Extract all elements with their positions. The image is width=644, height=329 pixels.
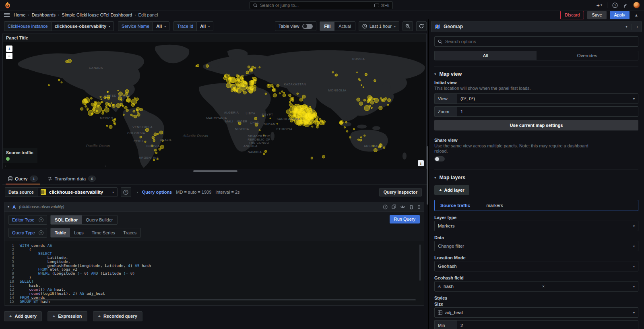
search-icon	[253, 3, 258, 8]
panel-resize-handle[interactable]	[193, 170, 237, 172]
map-zoom-out-button[interactable]: −	[6, 53, 12, 59]
filter-value-dropdown[interactable]: All▾	[196, 21, 213, 31]
query-type-table[interactable]: Table	[51, 228, 70, 237]
svg-text:?: ?	[125, 190, 127, 194]
tab-count-badge: 0	[88, 176, 96, 182]
editor-type-sql-editor[interactable]: SQL Editor	[51, 215, 82, 224]
menu-icon[interactable]	[4, 12, 10, 17]
filter-value-dropdown[interactable]: All▾	[153, 21, 169, 31]
query-options-toggle[interactable]: Query options	[142, 190, 172, 195]
clear-icon[interactable]: ✕	[542, 285, 545, 288]
help-icon[interactable]: ?	[612, 2, 618, 8]
query-inspector-button[interactable]: Query Inspector	[379, 188, 422, 197]
drag-handle-icon[interactable]	[417, 205, 421, 209]
fill-option[interactable]: Fill	[320, 22, 334, 31]
filter-label: Trace Id	[173, 21, 196, 31]
chevron-down-icon: ▾	[633, 97, 635, 101]
info-icon[interactable]: ?	[39, 217, 43, 222]
map-layers-section-header[interactable]: ▾ Map layers	[434, 174, 638, 183]
hide-response-icon[interactable]	[400, 205, 405, 209]
geohash-field-select[interactable]: A hash ✕ ▾	[434, 281, 638, 292]
top-nav: ⌘+k +▾ ?	[0, 0, 644, 10]
query-editor-card: ▾ A (clickhouse-observability) Editor Ty…	[4, 202, 424, 306]
actual-option[interactable]: Actual	[334, 22, 355, 31]
info-icon[interactable]: ?	[39, 230, 43, 235]
breadcrumb-item-dashboards[interactable]: Dashboards	[32, 12, 56, 17]
editor-hscrollbar[interactable]	[24, 299, 416, 300]
data-filter-select[interactable]: Change filter ▾	[434, 241, 638, 251]
view-select[interactable]: (0°, 0°) ▾	[457, 93, 638, 104]
query-type-traces[interactable]: Traces	[119, 228, 140, 237]
map-attribution-button[interactable]: i	[418, 160, 424, 166]
add-layer-button[interactable]: + Add layer	[434, 185, 469, 195]
chevron-down-icon: ▾	[633, 265, 635, 268]
layer-item-source-traffic[interactable]: Source traffic markers	[434, 200, 638, 211]
zoom-label: Zoom	[434, 106, 457, 117]
location-mode-select[interactable]: Geohash ▾	[434, 261, 638, 271]
use-current-map-settings-button[interactable]: Use current map settings	[434, 120, 638, 130]
breadcrumb-item-simple-clickhouse-otel-dashboard[interactable]: Simple ClickHouse OTel Dashboard	[62, 12, 132, 17]
breadcrumb-item-home[interactable]: Home	[14, 12, 25, 17]
collapse-options-icon[interactable]: ▲	[633, 13, 640, 17]
min-label: Min	[434, 320, 457, 329]
discard-button[interactable]: Discard	[560, 11, 584, 19]
time-range-picker[interactable]: Last 1 hour ▾	[359, 21, 399, 31]
map-canvas[interactable]: CANADARUSSIAUNITED STATESMEXICOKAZAKHSTA…	[3, 42, 426, 169]
panel-options-pane: Geomap ▾ › AllOverrides ▾ Map view Initi…	[428, 19, 644, 329]
geomap-panel[interactable]: Panel Title	[2, 33, 427, 169]
chevron-down-icon[interactable]: ▾	[621, 25, 632, 29]
zoom-input[interactable]: 1	[457, 106, 638, 117]
filter-value-dropdown[interactable]: clickhouse-observability▾	[51, 21, 114, 31]
view-label: View	[434, 93, 457, 104]
options-search-input[interactable]	[445, 39, 635, 44]
add-recorded-query-button[interactable]: +Recorded query	[93, 311, 142, 321]
apply-button[interactable]: Apply	[610, 11, 630, 19]
editor-vscrollbar[interactable]	[419, 244, 421, 281]
tab-query[interactable]: Query1	[4, 173, 42, 184]
tab-transform-data[interactable]: Transform data0	[43, 173, 100, 184]
run-query-button[interactable]: Run Query	[390, 215, 420, 223]
grafana-logo[interactable]	[4, 2, 11, 9]
refresh-button[interactable]	[416, 21, 427, 31]
datasource-picker[interactable]: clickhouse-observability ▾	[37, 187, 118, 197]
news-icon[interactable]	[623, 2, 628, 8]
query-row-header[interactable]: ▾ A (clickhouse-observability)	[4, 202, 424, 212]
scrollbar-thumb[interactable]	[427, 146, 428, 205]
map-zoom-in-button[interactable]: +	[6, 46, 12, 52]
map-view-section-header[interactable]: ▾ Map view	[434, 70, 638, 79]
options-tab-all[interactable]: All	[435, 51, 537, 60]
table-view-toggle[interactable]	[302, 24, 313, 29]
remove-query-icon[interactable]	[409, 205, 413, 209]
clickhouse-icon	[41, 189, 46, 195]
min-input[interactable]: 2	[457, 320, 638, 329]
location-mode-label: Location Mode	[434, 255, 638, 260]
query-type-logs[interactable]: Logs	[70, 228, 88, 237]
query-type-time-series[interactable]: Time Series	[88, 228, 119, 237]
size-field-select[interactable]: adj_heat ▾	[434, 307, 638, 318]
add-expression-button[interactable]: +Expression	[47, 311, 87, 321]
new-menu-button[interactable]: +▾	[597, 2, 602, 8]
duplicate-query-icon[interactable]	[392, 205, 396, 209]
collapse-query-icon[interactable]: ▾	[8, 205, 9, 209]
sql-editor[interactable]: 1WITH coords AS2 (3 SELECT4 Latitude,5 L…	[4, 241, 424, 305]
breadcrumb-item-edit-panel: Edit panel	[138, 12, 158, 17]
query-history-icon[interactable]	[383, 205, 388, 209]
collapse-pane-icon[interactable]: ›	[632, 24, 638, 30]
share-view-toggle[interactable]	[434, 156, 445, 161]
add-add-query-button[interactable]: +Add query	[4, 311, 42, 321]
visualization-picker[interactable]: Geomap ▾ ›	[431, 21, 642, 32]
editor-type-query-builder[interactable]: Query Builder	[82, 215, 117, 224]
visualization-name: Geomap	[444, 24, 463, 29]
save-button[interactable]: Save	[587, 11, 606, 19]
options-search[interactable]	[434, 36, 638, 47]
user-avatar[interactable]	[633, 2, 640, 8]
global-search[interactable]: ⌘+k	[250, 1, 393, 9]
layer-type-label: Layer type	[434, 215, 638, 220]
panel-title: Panel Title	[3, 33, 426, 42]
layer-type-select[interactable]: Markers ▾	[434, 221, 638, 231]
search-input[interactable]	[260, 3, 372, 8]
options-tab-overrides[interactable]: Overrides	[537, 51, 638, 60]
datasource-help-button[interactable]: ?	[121, 187, 131, 197]
chevron-right-icon[interactable]: ›	[137, 190, 138, 194]
zoom-out-time-button[interactable]	[402, 21, 413, 31]
